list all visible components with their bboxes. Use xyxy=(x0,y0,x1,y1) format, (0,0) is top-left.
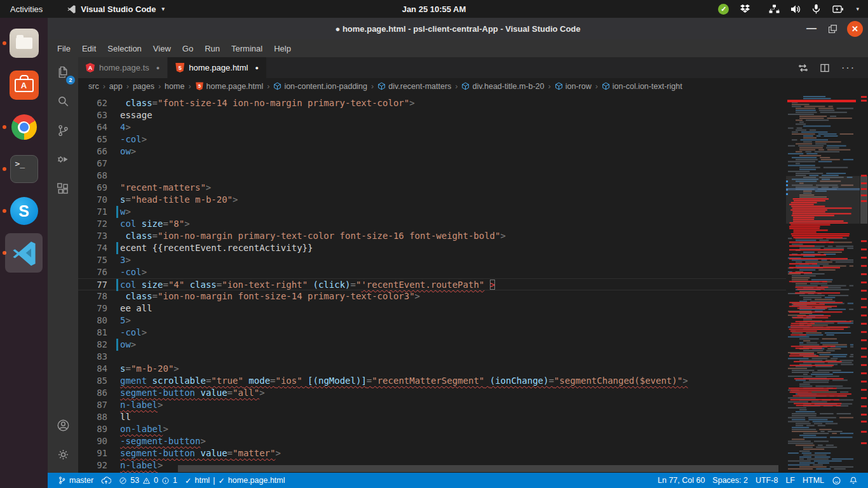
modified-dot-icon[interactable]: ● xyxy=(255,65,258,71)
code-line[interactable]: 84s="m-b-20"> xyxy=(78,363,786,375)
check-icon: ✓ xyxy=(185,476,191,485)
menu-help[interactable]: Help xyxy=(268,42,297,55)
breadcrumb-item[interactable]: src xyxy=(87,82,100,91)
code-line[interactable]: 74ecent {{recentEvent.recentActivity}} xyxy=(78,242,786,254)
breadcrumb-item[interactable]: ion-col.ion-text-right xyxy=(600,82,684,91)
search-icon[interactable] xyxy=(48,86,78,116)
menu-terminal[interactable]: Terminal xyxy=(226,42,268,55)
minimap[interactable] xyxy=(786,94,860,473)
dock-terminal[interactable]: >_ xyxy=(0,148,48,190)
breadcrumb-item[interactable]: div.recent-matters xyxy=(376,82,452,91)
code-line[interactable]: 73 class="ion-no-margin primary-text-col… xyxy=(78,230,786,242)
eol-sequence[interactable]: LF xyxy=(782,476,799,485)
split-editor-icon[interactable] xyxy=(820,63,830,73)
code-line[interactable]: 76-col> xyxy=(78,266,786,278)
git-branch-indicator[interactable]: master xyxy=(54,476,97,485)
code-line[interactable]: 62 class="font-size-14 ion-no-margin pri… xyxy=(78,97,786,109)
code-line[interactable]: 70s="head-title m-b-20"> xyxy=(78,194,786,206)
dropbox-icon[interactable] xyxy=(740,4,750,14)
account-icon[interactable] xyxy=(48,410,78,440)
dock-chrome[interactable] xyxy=(0,106,48,148)
breadcrumb-item[interactable]: div.head-title.m-b-20 xyxy=(460,82,545,91)
code-line[interactable]: 805> xyxy=(78,315,786,327)
extensions-icon[interactable] xyxy=(48,174,78,203)
code-line[interactable]: 85gment scrollable="true" mode="ios" [(n… xyxy=(78,375,786,387)
network-icon[interactable] xyxy=(769,4,780,14)
check-icon: ✓ xyxy=(218,476,224,485)
code-line[interactable]: 644> xyxy=(78,121,786,133)
code-line[interactable]: 79ee all xyxy=(78,302,786,315)
code-line[interactable]: 81-col> xyxy=(78,327,786,339)
app-menu[interactable]: Visual Studio Code ▾ xyxy=(67,4,165,14)
close-button[interactable]: ✕ xyxy=(847,21,863,37)
code-line[interactable]: 83 xyxy=(78,351,786,363)
breadcrumb-item[interactable]: app xyxy=(108,82,124,91)
menu-edit[interactable]: Edit xyxy=(76,42,102,55)
code-line[interactable]: 66ow> xyxy=(78,146,786,158)
code-editor[interactable]: 61iv>62 class="font-size-14 ion-no-margi… xyxy=(78,94,868,473)
code-line[interactable]: 68 xyxy=(78,170,786,182)
more-actions-icon[interactable]: ··· xyxy=(841,62,855,74)
volume-icon[interactable] xyxy=(790,4,801,14)
overview-ruler[interactable] xyxy=(860,94,868,473)
code-line[interactable]: 77col size="4" class="ion-text-right" (c… xyxy=(78,278,786,290)
menu-selection[interactable]: Selection xyxy=(102,42,147,55)
code-line[interactable]: 86segment-button value="all"> xyxy=(78,387,786,399)
menu-view[interactable]: View xyxy=(147,42,177,55)
code-line[interactable]: 753> xyxy=(78,254,786,266)
source-control-icon[interactable] xyxy=(48,116,78,145)
code-line[interactable]: 82ow> xyxy=(78,339,786,351)
activities-button[interactable]: Activities xyxy=(0,0,53,18)
modified-dot-icon[interactable]: ● xyxy=(156,65,159,71)
line-number: 81 xyxy=(78,327,107,339)
tray-caret-icon[interactable]: ▾ xyxy=(856,6,859,12)
code-line[interactable]: 72col size="8"> xyxy=(78,218,786,230)
problems-indicator[interactable]: 53 0 1 xyxy=(115,476,181,485)
code-line[interactable]: 90-segment-button> xyxy=(78,435,786,447)
breadcrumb-item[interactable]: 5home.page.html xyxy=(194,81,265,91)
updates-ready-icon[interactable]: ✓ xyxy=(718,4,729,15)
dock-skype[interactable]: S xyxy=(0,190,48,232)
menu-go[interactable]: Go xyxy=(177,42,199,55)
open-changes-icon[interactable] xyxy=(798,63,808,73)
run-debug-icon[interactable] xyxy=(48,145,78,174)
dock-ubuntu-software[interactable]: A xyxy=(0,64,48,106)
code-line[interactable]: 88ll xyxy=(78,411,786,423)
breadcrumb-item[interactable]: home xyxy=(163,82,186,91)
tab-home.page.html[interactable]: 5home.page.html● xyxy=(168,57,267,78)
breadcrumb-item[interactable]: ion-row xyxy=(553,82,593,91)
dock-vscode[interactable] xyxy=(0,232,48,274)
microphone-icon[interactable] xyxy=(812,4,820,14)
notifications-bell-icon[interactable] xyxy=(845,476,862,485)
status-bar-right: Ln 77, Col 60 Spaces: 2 UTF-8 LF HTML xyxy=(654,476,862,485)
code-line[interactable]: 91segment-button value="matter"> xyxy=(78,447,786,459)
code-line[interactable]: 71w> xyxy=(78,206,786,218)
explorer-icon[interactable]: 2 xyxy=(48,57,78,86)
battery-icon[interactable] xyxy=(831,4,844,14)
code-line[interactable]: 65-col> xyxy=(78,133,786,146)
language-mode[interactable]: HTML xyxy=(799,476,828,485)
code-line[interactable]: 78 class="ion-no-margin font-size-14 pri… xyxy=(78,290,786,302)
encoding[interactable]: UTF-8 xyxy=(752,476,782,485)
horizontal-scrollbar[interactable] xyxy=(178,465,778,472)
line-number: 88 xyxy=(78,411,107,423)
sync-changes-button[interactable] xyxy=(97,476,115,485)
menu-file[interactable]: File xyxy=(51,42,76,55)
restore-button[interactable] xyxy=(826,25,839,33)
linter-status[interactable]: ✓ html | ✓ home.page.html xyxy=(181,476,288,485)
code-line[interactable]: 89on-label> xyxy=(78,423,786,435)
cursor-position[interactable]: Ln 77, Col 60 xyxy=(654,476,709,485)
code-line[interactable]: 63essage xyxy=(78,109,786,121)
tab-home.page.ts[interactable]: Ahome.page.ts● xyxy=(78,57,168,78)
indentation[interactable]: Spaces: 2 xyxy=(709,476,752,485)
menu-run[interactable]: Run xyxy=(199,42,226,55)
code-line[interactable]: 69"recent-matters"> xyxy=(78,182,786,194)
dock-files[interactable] xyxy=(0,22,48,64)
settings-gear-icon[interactable] xyxy=(48,440,78,469)
breadcrumb-item[interactable]: ion-content.ion-padding xyxy=(272,82,369,91)
minimize-button[interactable]: — xyxy=(805,23,818,34)
breadcrumb-item[interactable]: pages xyxy=(132,82,156,91)
code-line[interactable]: 67 xyxy=(78,158,786,170)
code-line[interactable]: 87n-label> xyxy=(78,399,786,411)
feedback-smiley-icon[interactable] xyxy=(828,476,845,485)
